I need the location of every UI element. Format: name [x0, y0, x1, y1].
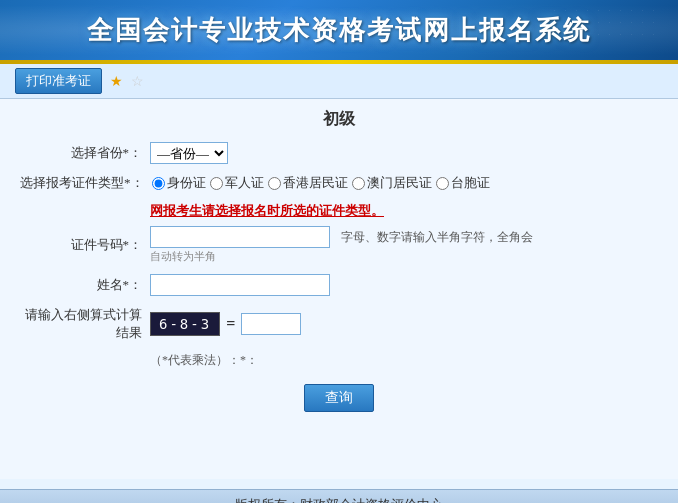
name-label: 姓名*： — [20, 276, 150, 294]
footer: 版权所有：财政部会计资格评价中心 — [0, 489, 678, 503]
query-btn-row: 查询 — [20, 384, 658, 412]
radio-mo-label: 澳门居民证 — [367, 174, 432, 192]
captcha-display: 6-8-3 — [150, 312, 220, 336]
captcha-area: 6-8-3 = — [150, 312, 301, 336]
radio-tw: 台胞证 — [436, 174, 490, 192]
province-label: 选择省份*： — [20, 144, 150, 162]
radio-id-card-label: 身份证 — [167, 174, 206, 192]
calc-note: （*代表乘法）：*： — [150, 352, 258, 369]
radio-tw-input[interactable] — [436, 177, 449, 190]
page-title: 初级 — [0, 109, 678, 130]
radio-hk-label: 香港居民证 — [283, 174, 348, 192]
form-area: 选择省份*： —省份— 选择报考证件类型*： 身份证 军人证 香港居民证 — [0, 142, 678, 432]
equals-sign: = — [226, 315, 235, 333]
calc-note-row: （*代表乘法）：*： — [20, 352, 658, 369]
radio-mo: 澳门居民证 — [352, 174, 432, 192]
cert-type-radio-group: 身份证 军人证 香港居民证 澳门居民证 台胞证 — [152, 174, 490, 192]
cert-number-area: 字母、数字请输入半角字符，全角会 自动转为半角 — [150, 226, 533, 264]
toolbar: 打印准考证 ★ ☆ — [0, 64, 678, 99]
cert-type-label: 选择报考证件类型*： — [20, 174, 152, 192]
cert-type-row: 选择报考证件类型*： 身份证 军人证 香港居民证 澳门居民证 — [20, 174, 658, 192]
radio-id-card-input[interactable] — [152, 177, 165, 190]
star-icon1: ★ — [110, 73, 123, 90]
site-title: 全国会计专业技术资格考试网上报名系统 — [87, 13, 591, 48]
radio-mo-input[interactable] — [352, 177, 365, 190]
radio-id-card: 身份证 — [152, 174, 206, 192]
captcha-label-text2: 结果 — [116, 325, 142, 340]
radio-military-input[interactable] — [210, 177, 223, 190]
province-select[interactable]: —省份— — [150, 142, 228, 164]
captcha-label-text: 请输入右侧算式计算 — [25, 307, 142, 322]
error-row: 网报考生请选择报名时所选的证件类型。 — [20, 202, 658, 220]
error-message: 网报考生请选择报名时所选的证件类型。 — [150, 202, 384, 220]
radio-tw-label: 台胞证 — [451, 174, 490, 192]
auto-convert-hint: 自动转为半角 — [150, 249, 533, 264]
footer-text: 版权所有：财政部会计资格评价中心 — [235, 496, 443, 504]
query-button[interactable]: 查询 — [304, 384, 374, 412]
name-row: 姓名*： — [20, 274, 658, 296]
page-header: 全国会计专业技术资格考试网上报名系统 · · · · · · · · · ·· … — [0, 0, 678, 60]
name-input[interactable] — [150, 274, 330, 296]
radio-military-label: 军人证 — [225, 174, 264, 192]
star-icon2: ☆ — [131, 73, 144, 90]
main-content: 初级 选择省份*： —省份— 选择报考证件类型*： 身份证 军人证 — [0, 99, 678, 479]
cert-hint: 字母、数字请输入半角字符，全角会 — [341, 229, 533, 246]
radio-hk-input[interactable] — [268, 177, 281, 190]
radio-military: 军人证 — [210, 174, 264, 192]
cert-number-input[interactable] — [150, 226, 330, 248]
radio-hk: 香港居民证 — [268, 174, 348, 192]
province-row: 选择省份*： —省份— — [20, 142, 658, 164]
print-btn[interactable]: 打印准考证 — [15, 68, 102, 94]
captcha-row: 请输入右侧算式计算 结果 6-8-3 = — [20, 306, 658, 342]
captcha-answer-input[interactable] — [241, 313, 301, 335]
cert-number-label: 证件号码*： — [20, 236, 150, 254]
cert-number-row: 证件号码*： 字母、数字请输入半角字符，全角会 自动转为半角 — [20, 226, 658, 264]
captcha-label: 请输入右侧算式计算 结果 — [20, 306, 150, 342]
